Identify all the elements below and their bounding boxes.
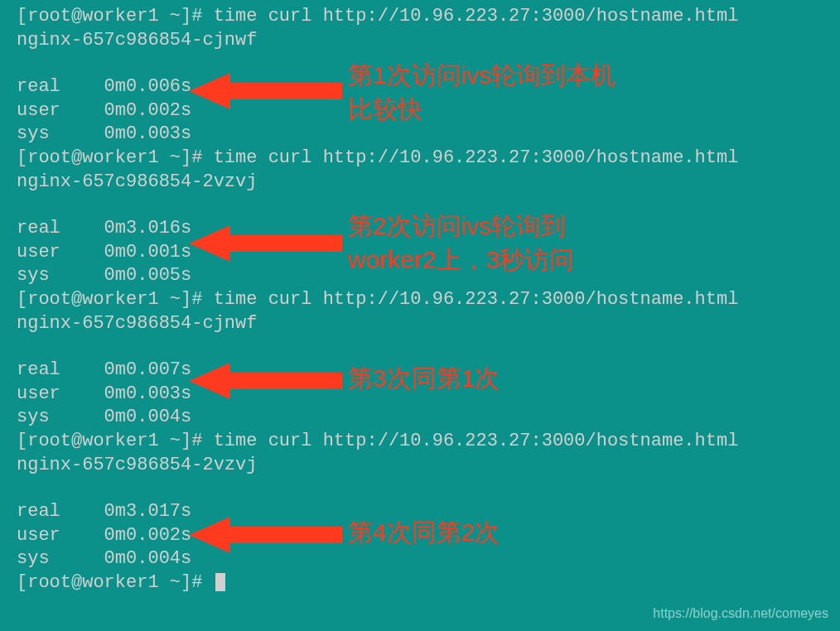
cursor xyxy=(215,573,225,591)
command: time curl http://10.96.223.27:3000/hostn… xyxy=(214,431,739,451)
svg-marker-1 xyxy=(189,225,342,262)
prompt-line[interactable]: [root@worker1 ~]# xyxy=(17,571,840,595)
output-hostname: nginx-657c986854-cjnwf xyxy=(17,29,840,53)
annotation-3: 第3次同第1次 xyxy=(348,362,500,396)
command: time curl http://10.96.223.27:3000/hostn… xyxy=(214,6,739,26)
arrow-icon xyxy=(189,71,342,111)
output-hostname: nginx-657c986854-2vzvj xyxy=(17,454,840,478)
output-hostname: nginx-657c986854-2vzvj xyxy=(17,171,840,195)
command: time curl http://10.96.223.27:3000/hostn… xyxy=(214,147,739,168)
svg-marker-3 xyxy=(189,517,342,553)
prompt: [root@worker1 ~]# xyxy=(17,147,214,168)
annotation-2: 第2次访问ivs轮询到 worker2上，3秒访问 xyxy=(348,210,574,277)
prompt-line: [root@worker1 ~]# time curl http://10.96… xyxy=(17,430,840,454)
svg-marker-0 xyxy=(189,73,342,109)
svg-marker-2 xyxy=(189,363,342,399)
prompt: [root@worker1 ~]# xyxy=(17,289,214,310)
time-sys: sys 0m0.004s xyxy=(17,406,840,430)
output-hostname: nginx-657c986854-cjnwf xyxy=(17,312,840,336)
prompt-line: [root@worker1 ~]# time curl http://10.96… xyxy=(17,288,840,312)
arrow-icon xyxy=(189,361,342,401)
annotation-4: 第4次同第2次 xyxy=(348,516,500,550)
time-sys: sys 0m0.004s xyxy=(17,547,840,571)
arrow-icon xyxy=(189,515,342,555)
watermark: https://blog.csdn.net/comeyes xyxy=(653,605,828,623)
command: time curl http://10.96.223.27:3000/hostn… xyxy=(214,289,739,310)
arrow-icon xyxy=(189,224,342,263)
time-sys: sys 0m0.003s xyxy=(17,123,840,147)
prompt: [root@worker1 ~]# xyxy=(17,6,214,26)
prompt-line: [root@worker1 ~]# time curl http://10.96… xyxy=(17,147,840,171)
prompt: [root@worker1 ~]# xyxy=(17,572,214,593)
prompt: [root@worker1 ~]# xyxy=(17,431,214,451)
annotation-1: 第1次访问ivs轮询到本机 比较快 xyxy=(348,59,616,126)
prompt-line: [root@worker1 ~]# time curl http://10.96… xyxy=(17,5,840,29)
